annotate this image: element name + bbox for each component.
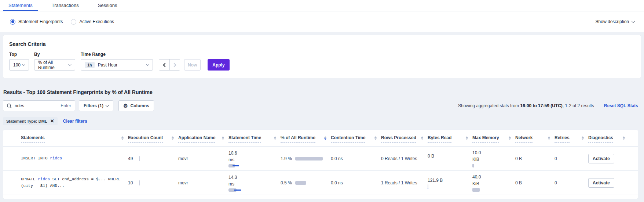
chevron-down-icon — [22, 62, 26, 66]
runtime-pct-value: 1.9 % — [281, 156, 292, 161]
radio-active-executions[interactable]: Active Executions — [71, 19, 114, 25]
radio-selected-icon — [10, 19, 15, 25]
max-memory-bar — [472, 164, 474, 167]
max-memory-value: 40.0 KiB — [472, 174, 486, 187]
sort-icon[interactable] — [172, 136, 174, 140]
time-prev-button[interactable] — [159, 59, 169, 70]
by-select-value: % of All Runtime — [38, 60, 69, 70]
sort-icon[interactable] — [274, 136, 276, 140]
time-next-button[interactable] — [169, 59, 180, 70]
search-icon — [7, 104, 12, 108]
rows-processed-value: 0 Reads / 1 Writes — [381, 156, 423, 161]
statement-fingerprint-link[interactable]: INSERT INTO rides — [21, 155, 124, 162]
tab-sessions[interactable]: Sessions — [92, 0, 123, 11]
col-max-memory[interactable]: Max Memory — [472, 135, 499, 143]
view-toggle-bar: Statement Fingerprints Active Executions… — [0, 11, 644, 32]
statement-time-bar — [228, 188, 276, 192]
col-rows-processed[interactable]: Rows Processed — [381, 135, 416, 143]
col-pct-all-runtime[interactable]: % of All Runtime — [281, 135, 315, 143]
execution-count-bar — [139, 156, 140, 161]
filter-pill-statement-type[interactable]: Statement Type: DML ✕ — [3, 117, 58, 125]
sort-icon[interactable] — [222, 136, 224, 140]
filters-button-label: Filters (1) — [84, 103, 103, 108]
col-retries[interactable]: Retries — [555, 135, 570, 143]
radio-statement-fingerprints[interactable]: Statement Fingerprints — [10, 19, 63, 25]
activate-diagnostics-button[interactable]: Activate — [588, 178, 614, 188]
application-name-value: movr — [178, 156, 224, 161]
radio-unselected-icon — [71, 19, 76, 25]
radio-label: Statement Fingerprints — [18, 19, 63, 24]
reset-sql-stats-link[interactable]: Reset SQL Stats — [604, 103, 638, 108]
show-description-label: Show description — [596, 19, 629, 24]
activate-diagnostics-button[interactable]: Activate — [588, 154, 614, 163]
sort-icon[interactable] — [121, 136, 124, 140]
sort-icon[interactable] — [623, 136, 625, 140]
sort-icon[interactable] — [374, 136, 377, 140]
time-range-value: Past Hour — [98, 62, 117, 68]
time-nav-group — [159, 59, 180, 71]
bytes-read-bar — [428, 184, 428, 189]
bytes-read-value: 0 B — [428, 153, 444, 159]
contention-time-value: 0.0 ns — [331, 180, 377, 185]
statement-time-value: 14.3 ms — [228, 174, 242, 187]
statement-time-bar — [228, 164, 276, 167]
sort-icon[interactable] — [466, 136, 468, 140]
results-toolbar: Enter Filters (1) ⚙ Columns Showing aggr… — [3, 100, 638, 111]
table-row: INSERT INTO rides 49 movr 10.6 ms 1.9 % … — [3, 147, 638, 171]
col-diagnostics[interactable]: Diagnostics — [588, 135, 613, 143]
close-icon[interactable]: ✕ — [50, 119, 54, 123]
retries-value: 0 — [555, 156, 584, 161]
top-select[interactable]: 100 — [9, 59, 29, 71]
by-select[interactable]: % of All Runtime — [34, 59, 75, 71]
show-description-toggle[interactable]: Show description — [596, 19, 634, 24]
col-statement-time[interactable]: Statement Time — [228, 135, 261, 143]
now-button[interactable]: Now — [184, 59, 201, 71]
col-application-name[interactable]: Application Name — [178, 135, 215, 143]
col-bytes-read[interactable]: Bytes Read — [428, 135, 451, 143]
filters-button[interactable]: Filters (1) — [79, 100, 113, 111]
execution-count-value: 10 — [128, 180, 133, 185]
results-title: Results - Top 100 Statement Fingerprints… — [3, 89, 641, 95]
tab-transactions[interactable]: Transactions — [46, 0, 84, 11]
time-range-select[interactable]: 1h Past Hour — [81, 59, 153, 71]
statement-search-box[interactable]: Enter — [3, 100, 75, 111]
chevron-left-icon — [163, 63, 167, 67]
radio-label: Active Executions — [79, 19, 114, 24]
columns-button-label: Columns — [131, 103, 149, 108]
chevron-down-icon — [106, 103, 109, 107]
top-label: Top — [9, 52, 34, 57]
max-memory-bar — [472, 188, 480, 192]
apply-button[interactable]: Apply — [208, 59, 229, 71]
search-input[interactable] — [15, 103, 48, 108]
sort-icon[interactable] — [509, 136, 511, 140]
col-network[interactable]: Network — [515, 135, 533, 143]
col-execution-count[interactable]: Execution Count — [128, 135, 163, 143]
runtime-pct-value: 0.5 % — [281, 180, 292, 185]
contention-time-value: 0.0 ns — [331, 156, 377, 161]
execution-count-value: 49 — [128, 156, 133, 161]
network-value: 0 B — [515, 156, 550, 161]
time-range-badge: 1h — [85, 62, 95, 68]
chevron-down-icon — [146, 62, 150, 66]
sql-activity-tabbar: Statements Transactions Sessions — [0, 0, 644, 11]
time-range-label: Time Range — [81, 52, 159, 57]
tab-statements[interactable]: Statements — [3, 0, 38, 11]
statements-table: Statements Execution Count Application N… — [3, 130, 638, 199]
execution-count-bar — [139, 180, 140, 185]
clear-filters-link[interactable]: Clear filters — [63, 119, 87, 124]
sort-icon[interactable] — [548, 136, 550, 140]
bytes-read-value: 121.9 B — [428, 177, 444, 184]
gear-icon: ⚙ — [123, 103, 128, 108]
by-label: By — [34, 52, 81, 57]
retries-value: 0 — [555, 180, 584, 185]
sort-icon[interactable] — [421, 136, 423, 140]
col-statements[interactable]: Statements — [21, 135, 45, 143]
statement-time-value: 10.6 ms — [228, 150, 242, 163]
aggregated-stats-summary: Showing aggregated stats from 16:00 to 1… — [458, 103, 594, 108]
statement-fingerprint-link[interactable]: UPDATE rides SET end_address = $... WHER… — [21, 176, 124, 189]
chevron-right-icon — [172, 63, 176, 67]
sort-icon[interactable] — [582, 136, 584, 140]
sort-icon-active[interactable] — [324, 136, 326, 140]
columns-button[interactable]: ⚙ Columns — [118, 100, 154, 111]
col-contention-time[interactable]: Contention Time — [331, 135, 365, 143]
